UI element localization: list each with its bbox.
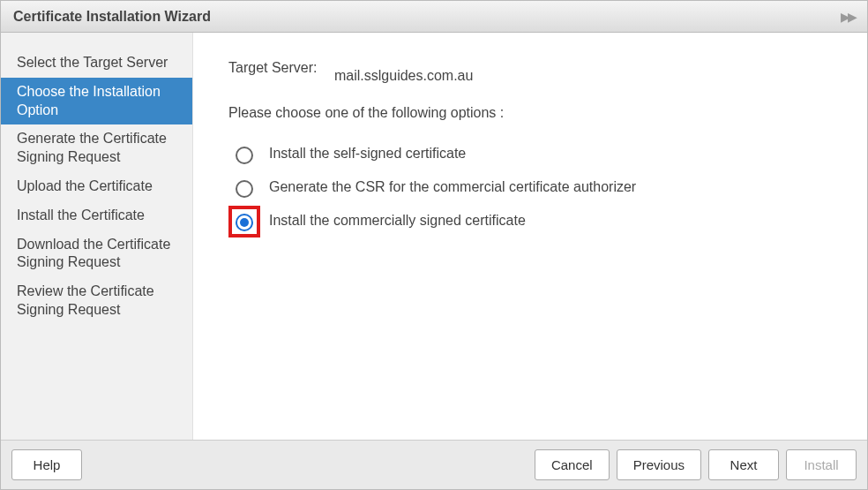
radio-label-0: Install the self-signed certificate — [269, 139, 466, 163]
dialog-footer: Help Cancel Previous Next Install — [1, 440, 867, 489]
radio-label-1: Generate the CSR for the commercial cert… — [269, 172, 636, 197]
install-options-radio-group: Install the self-signed certificateGener… — [228, 139, 832, 237]
wizard-main-panel: Target Server: mail.sslguides.com.au Ple… — [193, 33, 867, 440]
next-button[interactable]: Next — [708, 449, 779, 480]
wizard-dialog: Certificate Installation Wizard ▶▶ Selec… — [0, 0, 868, 490]
radio-label-2: Install the commercially signed certific… — [269, 206, 526, 230]
radio-input-1[interactable] — [236, 180, 253, 198]
install-button: Install — [786, 449, 857, 480]
radio-highlight-box — [228, 206, 260, 237]
target-server-value: mail.sslguides.com.au — [334, 59, 832, 84]
target-server-label: Target Server: — [228, 59, 334, 84]
sidebar-step-1[interactable]: Choose the Installation Option — [1, 78, 192, 125]
radio-box — [228, 172, 260, 204]
previous-button[interactable]: Previous — [617, 449, 701, 480]
radio-box — [228, 139, 260, 170]
radio-input-2[interactable] — [236, 214, 253, 231]
content-area: Select the Target ServerChoose the Insta… — [1, 33, 867, 440]
instruction-text: Please choose one of the following optio… — [228, 105, 832, 121]
radio-option-2: Install the commercially signed certific… — [228, 206, 832, 237]
radio-option-0: Install the self-signed certificate — [228, 139, 832, 170]
sidebar-step-2[interactable]: Generate the Certificate Signing Request — [1, 124, 192, 172]
dialog-title: Certificate Installation Wizard — [13, 9, 211, 25]
sidebar-step-6[interactable]: Review the Certificate Signing Request — [1, 277, 192, 325]
sidebar-step-3[interactable]: Upload the Certificate — [1, 172, 192, 201]
footer-buttons-right: Cancel Previous Next Install — [535, 449, 857, 480]
help-button[interactable]: Help — [11, 449, 82, 480]
radio-option-1: Generate the CSR for the commercial cert… — [228, 172, 832, 204]
radio-input-0[interactable] — [236, 147, 253, 164]
sidebar-step-4[interactable]: Install the Certificate — [1, 201, 192, 230]
titlebar: Certificate Installation Wizard ▶▶ — [1, 1, 867, 33]
cancel-button[interactable]: Cancel — [535, 449, 610, 480]
target-server-row: Target Server: mail.sslguides.com.au — [228, 59, 832, 84]
sidebar-step-5[interactable]: Download the Certificate Signing Request — [1, 230, 192, 278]
expand-icon[interactable]: ▶▶ — [841, 10, 855, 24]
wizard-steps-sidebar: Select the Target ServerChoose the Insta… — [1, 33, 193, 440]
sidebar-step-0[interactable]: Select the Target Server — [1, 49, 192, 78]
